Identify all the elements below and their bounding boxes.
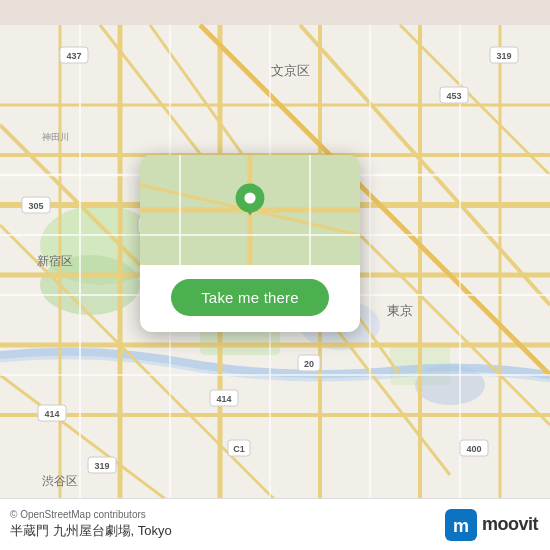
location-name: 半蔵門 九州屋台劇場, Tokyo <box>10 522 172 540</box>
svg-text:C1: C1 <box>233 444 245 454</box>
osm-attribution: © OpenStreetMap contributors <box>10 509 172 520</box>
svg-text:東京: 東京 <box>387 303 413 318</box>
svg-text:神田川: 神田川 <box>42 132 69 142</box>
take-me-there-button[interactable]: Take me there <box>171 279 329 316</box>
svg-text:305: 305 <box>28 201 43 211</box>
svg-text:414: 414 <box>216 394 231 404</box>
svg-text:20: 20 <box>304 359 314 369</box>
bottom-bar: © OpenStreetMap contributors 半蔵門 九州屋台劇場,… <box>0 498 550 550</box>
svg-text:414: 414 <box>44 409 59 419</box>
svg-text:新宿区: 新宿区 <box>37 254 73 268</box>
svg-text:319: 319 <box>94 461 109 471</box>
moovit-icon: m <box>445 509 477 541</box>
svg-text:319: 319 <box>496 51 511 61</box>
location-info: © OpenStreetMap contributors 半蔵門 九州屋台劇場,… <box>10 509 172 540</box>
svg-text:m: m <box>453 516 469 536</box>
moovit-brand-name: moovit <box>482 514 538 535</box>
moovit-logo: m moovit <box>445 509 538 541</box>
svg-text:文京区: 文京区 <box>271 63 310 78</box>
location-pin-icon <box>230 182 270 222</box>
svg-text:渋谷区: 渋谷区 <box>42 474 78 488</box>
location-card: Take me there <box>140 155 360 332</box>
svg-text:453: 453 <box>446 91 461 101</box>
svg-point-74 <box>244 192 255 203</box>
card-map-inner <box>140 155 360 265</box>
map-container: 437 319 305 302 453 414 414 319 20 400 C… <box>0 0 550 550</box>
svg-text:400: 400 <box>466 444 481 454</box>
svg-text:437: 437 <box>66 51 81 61</box>
card-map-area <box>140 155 360 265</box>
